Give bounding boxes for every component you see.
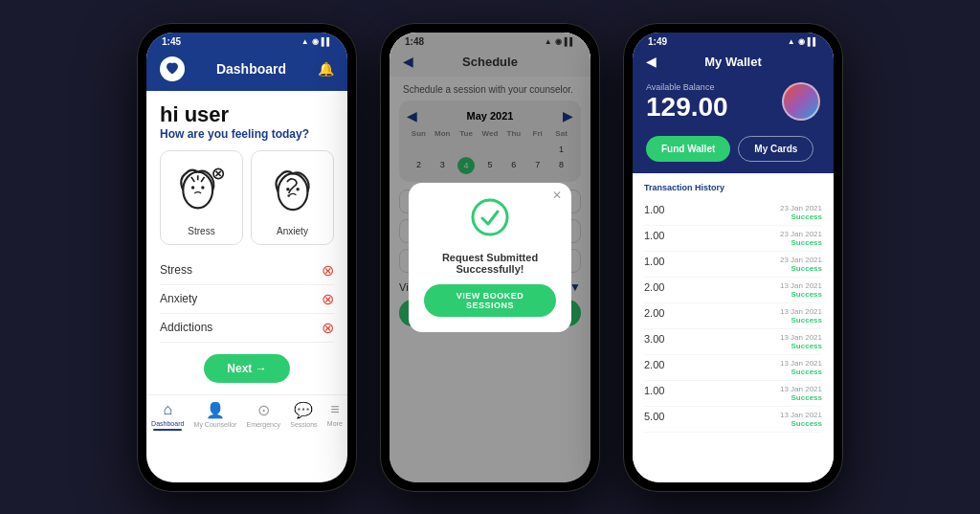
tx-status-5: Success bbox=[780, 342, 822, 350]
nav-counsellor-label: My Counsellor bbox=[194, 421, 237, 428]
tx-date-5: 13 Jan 2021 bbox=[780, 333, 822, 342]
phone-dashboard: 1:45 ▲ ◉ ▌▌ Dashboard 🔔 hi user How are … bbox=[137, 23, 357, 492]
remove-anxiety-icon[interactable]: ⊗ bbox=[322, 290, 334, 308]
wallet-title: My Wallet bbox=[646, 55, 820, 69]
mood-cards: Stress bbox=[160, 150, 334, 245]
nav-sessions[interactable]: 💬 Sessions bbox=[290, 401, 317, 431]
phone-schedule: 1:48 ▲ ◉ ▌▌ ◀ Schedule Schedule a sessio… bbox=[380, 23, 600, 492]
anxiety-label: Anxiety bbox=[277, 226, 308, 236]
next-button[interactable]: Next → bbox=[204, 354, 289, 383]
tx-right-6: 13 Jan 2021 Success bbox=[780, 359, 822, 376]
home-icon: ⌂ bbox=[163, 401, 172, 418]
transaction-row: 2.00 13 Jan 2021 Success bbox=[644, 355, 822, 381]
tx-right-5: 13 Jan 2021 Success bbox=[780, 333, 822, 350]
bottom-nav: ⌂ Dashboard 👤 My Counsellor ⊙ Emergency … bbox=[146, 394, 347, 435]
tx-date-2: 23 Jan 2021 bbox=[780, 256, 822, 264]
status-bar-dashboard: 1:45 ▲ ◉ ▌▌ bbox=[146, 33, 347, 51]
remove-stress-icon[interactable]: ⊗ bbox=[322, 261, 334, 279]
user-avatar bbox=[782, 82, 820, 121]
nav-more[interactable]: ≡ More bbox=[327, 401, 343, 431]
status-bar-wallet: 1:49 ▲ ◉ ▌▌ bbox=[633, 33, 834, 51]
tx-right-8: 13 Jan 2021 Success bbox=[780, 411, 822, 428]
nav-counsellor[interactable]: 👤 My Counsellor bbox=[194, 401, 237, 431]
screen-wallet: 1:49 ▲ ◉ ▌▌ ◀ My Wallet Available Balanc… bbox=[633, 33, 834, 482]
stress-label: Stress bbox=[188, 226, 214, 236]
back-button-wallet[interactable]: ◀ bbox=[646, 54, 657, 69]
tx-amount-5: 3.00 bbox=[644, 333, 664, 345]
wifi-icon: ▲ bbox=[301, 37, 309, 46]
popup-close-button[interactable]: ✕ bbox=[552, 189, 562, 202]
svg-point-4 bbox=[190, 186, 193, 189]
tx-status-8: Success bbox=[780, 419, 822, 428]
app-logo bbox=[160, 56, 185, 81]
tx-status-0: Success bbox=[780, 212, 822, 221]
remove-addictions-icon[interactable]: ⊗ bbox=[322, 319, 334, 337]
tx-status-2: Success bbox=[780, 264, 822, 273]
tx-status-3: Success bbox=[780, 290, 822, 299]
mood-card-anxiety[interactable]: Anxiety bbox=[251, 150, 334, 245]
more-icon: ≡ bbox=[330, 401, 339, 418]
fund-wallet-button[interactable]: Fund Wallet bbox=[646, 136, 730, 162]
tx-amount-8: 5.00 bbox=[644, 411, 664, 422]
stress-icon bbox=[173, 159, 231, 222]
signal-icon-w: ◉ bbox=[798, 37, 805, 46]
tx-amount-4: 2.00 bbox=[644, 307, 664, 319]
bell-icon[interactable]: 🔔 bbox=[318, 61, 334, 77]
svg-point-11 bbox=[286, 188, 289, 190]
mood-card-stress[interactable]: Stress bbox=[160, 150, 243, 245]
nav-dashboard-label: Dashboard bbox=[151, 420, 184, 427]
condition-stress-label: Stress bbox=[160, 263, 192, 277]
svg-line-3 bbox=[201, 176, 204, 181]
view-booked-sessions-button[interactable]: VIEW BOOKED SESSIONS bbox=[424, 284, 556, 317]
nav-dashboard[interactable]: ⌂ Dashboard bbox=[151, 401, 184, 431]
dashboard-header: Dashboard 🔔 bbox=[146, 51, 347, 91]
popup-overlay: ✕ Request Submitted Successfully! VIEW B… bbox=[390, 33, 590, 482]
tx-amount-7: 1.00 bbox=[644, 385, 664, 396]
status-time-wallet: 1:49 bbox=[648, 36, 667, 47]
tx-right-0: 23 Jan 2021 Success bbox=[780, 204, 822, 221]
tx-status-6: Success bbox=[780, 368, 822, 376]
tx-status-7: Success bbox=[780, 393, 822, 402]
transaction-row: 3.00 13 Jan 2021 Success bbox=[644, 329, 822, 355]
condition-addictions-label: Addictions bbox=[160, 321, 212, 334]
popup-card: ✕ Request Submitted Successfully! VIEW B… bbox=[409, 183, 571, 332]
tx-date-1: 23 Jan 2021 bbox=[780, 230, 822, 238]
transaction-row: 1.00 13 Jan 2021 Success bbox=[644, 381, 822, 407]
transaction-row: 5.00 13 Jan 2021 Success bbox=[644, 407, 822, 433]
transaction-row: 1.00 23 Jan 2021 Success bbox=[644, 252, 822, 278]
transaction-area: Transaction History 1.00 23 Jan 2021 Suc… bbox=[633, 173, 834, 482]
tx-amount-1: 1.00 bbox=[644, 230, 664, 241]
condition-anxiety-label: Anxiety bbox=[160, 292, 197, 305]
svg-point-13 bbox=[473, 200, 507, 235]
status-icons: ▲ ◉ ▌▌ bbox=[301, 37, 332, 46]
next-label: Next → bbox=[227, 362, 266, 375]
popup-check-icon bbox=[424, 198, 556, 244]
battery-icon-w: ▌▌ bbox=[808, 37, 818, 46]
nav-emergency[interactable]: ⊙ Emergency bbox=[247, 401, 280, 431]
popup-title: Request Submitted Successfully! bbox=[424, 252, 556, 275]
condition-stress: Stress ⊗ bbox=[160, 257, 334, 285]
tx-right-3: 13 Jan 2021 Success bbox=[780, 281, 822, 299]
transaction-row: 1.00 23 Jan 2021 Success bbox=[644, 226, 822, 252]
status-time: 1:45 bbox=[162, 36, 181, 47]
screen-dashboard: 1:45 ▲ ◉ ▌▌ Dashboard 🔔 hi user How are … bbox=[146, 33, 347, 482]
my-cards-button[interactable]: My Cards bbox=[738, 136, 813, 162]
tx-amount-3: 2.00 bbox=[644, 281, 664, 293]
nav-sessions-label: Sessions bbox=[290, 421, 317, 428]
tx-date-8: 13 Jan 2021 bbox=[780, 411, 822, 419]
nav-active-indicator bbox=[153, 429, 182, 431]
svg-point-12 bbox=[296, 188, 299, 190]
transaction-row: 1.00 23 Jan 2021 Success bbox=[644, 200, 822, 226]
tx-date-6: 13 Jan 2021 bbox=[780, 359, 822, 368]
tx-right-2: 23 Jan 2021 Success bbox=[780, 256, 822, 273]
nav-emergency-label: Emergency bbox=[247, 421, 280, 428]
phone-wallet: 1:49 ▲ ◉ ▌▌ ◀ My Wallet Available Balanc… bbox=[623, 23, 843, 492]
tx-status-1: Success bbox=[780, 238, 822, 247]
svg-line-1 bbox=[190, 176, 193, 181]
wallet-header: ◀ My Wallet bbox=[633, 51, 834, 82]
tx-amount-0: 1.00 bbox=[644, 204, 664, 215]
dashboard-title: Dashboard bbox=[216, 61, 286, 77]
signal-icon: ◉ bbox=[312, 37, 319, 46]
tx-amount-6: 2.00 bbox=[644, 359, 664, 370]
tx-right-7: 13 Jan 2021 Success bbox=[780, 385, 822, 402]
